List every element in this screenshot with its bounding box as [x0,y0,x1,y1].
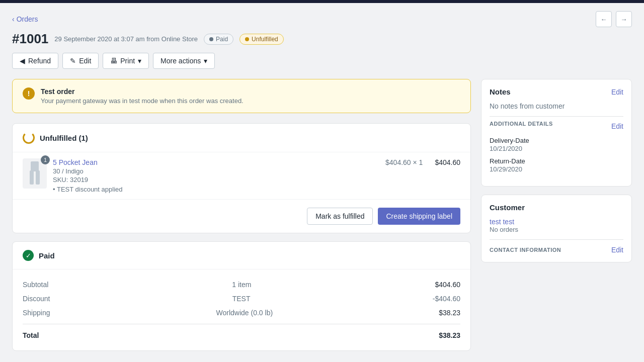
breadcrumb-row: ‹ Orders ← → [12,11,632,27]
quantity-badge: 1 [41,155,50,164]
product-row: 1 5 Pocket Jean 30 / Indigo SKU: 32019 T… [13,152,470,199]
customer-name-link[interactable]: test test [490,218,623,226]
order-header: #1001 29 September 2020 at 3:07 am from … [12,31,632,47]
total-label: Total [23,331,39,339]
product-variant: 30 / Indigo [53,167,379,175]
product-name[interactable]: 5 Pocket Jean [53,158,379,166]
paid-title: Paid [39,251,55,260]
return-date-label: Return-Date [490,157,623,165]
print-label: Print [120,57,135,65]
delivery-date-label: Delivery-Date [490,137,623,144]
svg-rect-2 [36,170,40,185]
mark-fulfilled-button[interactable]: Mark as fulfilled [307,208,373,225]
subtotal-row: Subtotal 1 item $404.60 [23,278,460,292]
customer-title: Customer [490,203,525,212]
create-shipping-label-button[interactable]: Create shipping label [378,208,460,225]
product-unit-price: $404.60 × 1 [385,158,423,166]
breadcrumb-arrow-icon: ‹ [12,15,15,23]
shipping-label: Shipping [23,309,50,317]
additional-details-label: ADDITIONAL DETAILS [490,121,553,127]
product-info: 5 Pocket Jean 30 / Indigo SKU: 32019 TES… [53,158,379,193]
unfulfilled-card-header: Unfulfilled (1) [13,124,470,152]
paid-badge: Paid [204,34,233,45]
total-row: Total $38.23 [23,328,460,342]
unfulfilled-badge: Unfulfilled [239,34,284,45]
more-actions-chevron-icon: ▾ [204,57,207,65]
payment-details: Subtotal 1 item $404.60 Discount TEST -$… [13,269,470,350]
notes-empty-text: No notes from customer [490,102,565,110]
prev-order-button[interactable]: ← [596,11,612,27]
more-actions-button[interactable]: More actions ▾ [153,53,215,69]
refund-icon: ◀ [20,57,25,65]
total-value: $38.23 [439,331,460,339]
customer-header: Customer [490,203,623,212]
shipping-method: Worldwide (0.0 lb) [216,309,273,317]
alert-icon: ! [23,87,35,100]
paid-card-header: ✓ Paid [13,242,470,269]
return-date-value: 10/29/2020 [490,165,623,173]
print-button[interactable]: 🖶 Print ▾ [103,53,149,69]
notes-header: Notes Edit [490,87,623,96]
subtotal-value: $404.60 [435,281,460,289]
right-column: Notes Edit No notes from customer ADDITI… [481,79,632,351]
breadcrumb[interactable]: ‹ Orders [12,15,38,23]
svg-rect-0 [31,161,39,171]
page-wrapper: ‹ Orders ← → #1001 29 September 2020 at … [0,3,644,359]
customer-info: test test No orders [490,218,623,233]
left-column: ! Test order Your payment gateway was in… [12,79,471,351]
unfulfilled-spinner-icon [23,132,35,144]
edit-button[interactable]: ✎ Edit [62,53,99,69]
alert-content: Test order Your payment gateway was in t… [41,87,244,105]
order-number: #1001 [12,31,48,47]
customer-card: Customer test test No orders CONTACT INF… [481,195,632,262]
order-date: 29 September 2020 at 3:07 am from Online… [54,35,198,43]
product-pricing: $404.60 × 1 $404.60 [385,158,460,166]
return-date-row: Return-Date 10/29/2020 [490,157,623,173]
toolbar: ◀ Refund ✎ Edit 🖶 Print ▾ More actions ▾ [12,53,632,69]
test-order-alert: ! Test order Your payment gateway was in… [12,79,471,113]
product-sku: SKU: 32019 [53,176,379,184]
notes-divider [490,116,623,117]
discount-code: TEST [232,295,251,303]
product-image-wrapper: 1 [23,158,47,189]
additional-details-section: ADDITIONAL DETAILS Edit Delivery-Date 10… [490,116,623,173]
contact-header: CONTACT INFORMATION Edit [490,246,623,254]
unfulfilled-card: Unfulfilled (1) 1 [12,123,471,233]
svg-rect-1 [30,170,34,185]
additional-details-header: ADDITIONAL DETAILS Edit [490,121,623,132]
customer-orders-text: No orders [490,226,623,233]
alert-message: Your payment gateway was in test mode wh… [41,97,244,105]
refund-button[interactable]: ◀ Refund [12,53,58,69]
next-order-button[interactable]: → [616,11,632,27]
discount-row: Discount TEST -$404.60 [23,292,460,306]
more-actions-label: More actions [160,57,201,65]
edit-icon: ✎ [70,57,76,65]
contact-section-label: CONTACT INFORMATION [490,247,561,253]
additional-details-edit-button[interactable]: Edit [611,122,623,130]
print-icon: 🖶 [110,57,117,65]
subtotal-label: Subtotal [23,281,48,289]
subtotal-items: 1 item [232,281,251,289]
paid-check-icon: ✓ [23,250,34,261]
notes-edit-button[interactable]: Edit [611,88,623,96]
main-content: ! Test order Your payment gateway was in… [12,79,632,351]
alert-title: Test order [41,87,244,96]
product-discount-note: TEST discount applied [53,186,379,193]
product-total-price: $404.60 [435,158,460,166]
shipping-row: Shipping Worldwide (0.0 lb) $38.23 [23,306,460,320]
notes-title: Notes [490,87,511,96]
contact-information-section: CONTACT INFORMATION Edit [490,239,623,254]
nav-arrows: ← → [596,11,632,27]
notes-card: Notes Edit No notes from customer ADDITI… [481,79,632,187]
discount-value: -$404.60 [433,295,460,303]
edit-label: Edit [79,57,91,65]
product-thumbnail [27,161,43,186]
fulfillment-actions: Mark as fulfilled Create shipping label [13,199,470,233]
refund-label: Refund [28,57,51,65]
breadcrumb-label: Orders [17,15,38,23]
print-chevron-icon: ▾ [138,57,141,65]
delivery-date-value: 10/21/2020 [490,145,623,152]
contact-edit-button[interactable]: Edit [611,246,623,254]
shipping-value: $38.23 [439,309,460,317]
payment-divider [23,324,460,324]
